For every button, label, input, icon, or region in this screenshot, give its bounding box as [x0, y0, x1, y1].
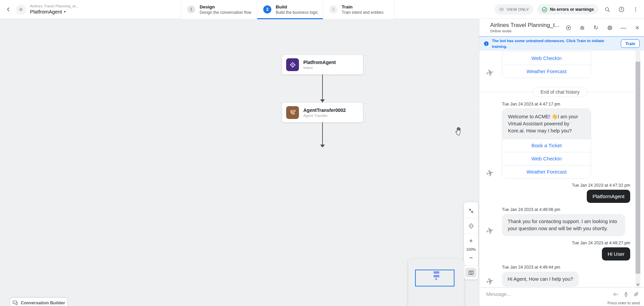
fit-to-screen-button[interactable]	[464, 205, 478, 216]
flow-canvas[interactable]: PlatfromAgent Intent AgentTransfer0002 A…	[0, 19, 479, 306]
app-header: ✈ Airlines Travel Planning_te... Platfro…	[0, 0, 644, 19]
help-button[interactable]: ?	[616, 4, 626, 14]
zoom-level: 100%	[466, 247, 476, 251]
minimap-viewport[interactable]	[415, 270, 454, 286]
speaker-mute-button[interactable]	[612, 290, 619, 298]
flow-connector	[322, 74, 323, 99]
send-hint: Press enter to send	[608, 301, 640, 305]
more-menu-button[interactable]	[631, 4, 641, 14]
header-left: ✈ Airlines Travel Planning_te... Platfro…	[0, 0, 79, 19]
minimize-button[interactable]: —	[620, 24, 627, 31]
bot-avatar-plane-icon: ✈	[485, 275, 495, 287]
search-icon	[605, 7, 610, 12]
svg-text:!: !	[486, 42, 487, 45]
untrained-banner: ! The bot has some untrained utterances.…	[479, 36, 644, 51]
node-title: AgentTransfer0002	[303, 108, 346, 113]
map-icon	[468, 270, 474, 276]
conversation-builder-tab[interactable]: Conversation Builder	[10, 298, 67, 306]
node-type: Intent	[303, 66, 336, 70]
bot-message-group: ✈ Web CheckIn Weather Forecast	[486, 51, 644, 78]
zoom-out-button[interactable]: −	[464, 252, 478, 264]
bot-avatar-plane-icon: ✈	[485, 225, 495, 237]
svg-text:?: ?	[620, 7, 622, 11]
quick-reply-weather-forecast[interactable]: Weather Forecast	[502, 165, 591, 178]
paperclip-icon	[633, 291, 639, 297]
kebab-icon	[633, 7, 638, 12]
scrollbar-thumb[interactable]	[636, 62, 640, 274]
back-button[interactable]	[4, 5, 13, 14]
caret-down-icon: ▾	[64, 10, 66, 14]
minimap-toggle-button[interactable]	[466, 268, 476, 277]
train-button[interactable]: Train	[621, 39, 640, 48]
bot-message-group: ✈ Hi Agent, How can I help you?	[486, 272, 644, 287]
search-button[interactable]	[602, 4, 612, 14]
bot-avatar: ✈	[16, 4, 26, 15]
chat-bubbles-icon	[12, 300, 18, 306]
info-icon: !	[484, 41, 489, 46]
bot-message: Welcome to ACME! 👋I am your Virtual Assi…	[502, 109, 591, 139]
refresh-button[interactable]: ↻	[592, 24, 599, 31]
attach-button[interactable]	[633, 290, 640, 298]
tab-train[interactable]: 3 Train Train intent and entities	[323, 0, 395, 19]
banner-text: The bot has some untrained utterances. C…	[492, 38, 605, 49]
node-intent[interactable]: PlatfromAgent Intent	[282, 55, 363, 74]
quick-reply-book-a-ticket[interactable]: Book a Ticket	[502, 139, 591, 152]
quick-reply-web-checkin[interactable]: Web CheckIn	[502, 152, 591, 165]
agent-name-dropdown[interactable]: PlatfromAgent ▾	[30, 9, 79, 15]
end-of-history-divider: End of chat history	[486, 87, 634, 97]
canvas-toolbar: + 100% −	[464, 202, 478, 279]
debug-button[interactable]	[579, 24, 585, 31]
bot-title: Airlines Travel Planning_te...	[30, 4, 79, 9]
divider	[464, 233, 478, 234]
mobile-icon	[468, 223, 474, 229]
tab-design[interactable]: 1 Design Design the conversation flow	[181, 0, 257, 19]
close-button[interactable]: ×	[634, 24, 641, 31]
bot-message-group: ✈ Welcome to ACME! 👋I am your Virtual As…	[486, 109, 644, 179]
record-button[interactable]	[565, 24, 572, 31]
node-agent-transfer[interactable]: AgentTransfer0002 Agent Transfer	[282, 103, 363, 122]
user-message: PlatformAgent	[587, 190, 630, 203]
plane-icon: ✈	[18, 5, 24, 13]
quick-reply-web-checkin[interactable]: Web CheckIn	[502, 52, 591, 65]
scrollbar-down-arrow[interactable]	[636, 284, 640, 286]
intent-target-icon	[286, 58, 299, 71]
welcome-card: Welcome to ACME! 👋I am your Virtual Assi…	[502, 109, 591, 179]
mobile-preview-button[interactable]	[464, 220, 478, 232]
arrow-head-icon	[320, 145, 325, 148]
chat-header: Airlines Travel Planning_t... Online mod…	[479, 19, 644, 36]
bot-avatar-plane-icon: ✈	[485, 167, 495, 180]
mic-icon	[623, 292, 629, 297]
speaker-muted-icon	[612, 291, 619, 298]
message-input[interactable]	[486, 291, 587, 297]
agent-transfer-icon	[286, 106, 299, 119]
quick-reply-card: Web CheckIn Weather Forecast	[502, 51, 591, 78]
flow-connector	[322, 122, 323, 145]
bot-message: Hi Agent, How can I help you?	[502, 272, 579, 287]
check-circle-icon	[542, 7, 547, 12]
chat-history[interactable]: ✈ Web CheckIn Weather Forecast End of ch…	[479, 51, 644, 287]
bug-icon	[579, 25, 585, 31]
zoom-in-button[interactable]: +	[464, 235, 478, 247]
record-icon	[566, 25, 571, 31]
timestamp: Tue Jan 24 2023 at 4:49:44 pm	[502, 265, 644, 270]
timestamp: Tue Jan 24 2023 at 4:47:32 pm	[486, 183, 630, 188]
divider	[464, 265, 478, 266]
tab-build[interactable]: 2 Build Build the business logic	[257, 0, 323, 19]
help-icon: ?	[618, 6, 624, 12]
stage-tabs: 1 Design Design the conversation flow 2 …	[181, 0, 395, 19]
node-title: PlatfromAgent	[303, 60, 336, 65]
node-type: Agent Transfer	[303, 114, 346, 118]
timestamp: Tue Jan 24 2023 at 4:49:27 pm	[486, 241, 630, 245]
mic-button[interactable]	[622, 290, 630, 298]
chat-scrollbar[interactable]	[636, 51, 640, 287]
close-icon: ×	[635, 24, 639, 31]
timestamp: Tue Jan 24 2023 at 4:49:06 pm	[502, 207, 644, 212]
chevron-left-icon	[6, 7, 11, 12]
bot-avatar-plane-icon: ✈	[485, 67, 495, 79]
minimap[interactable]	[408, 259, 464, 306]
status-badge: No errors or warnings	[537, 4, 598, 14]
refresh-icon: ↻	[594, 25, 598, 31]
quick-reply-weather-forecast[interactable]: Weather Forecast	[502, 65, 591, 78]
eye-icon	[499, 7, 504, 12]
settings-button[interactable]	[606, 24, 613, 31]
